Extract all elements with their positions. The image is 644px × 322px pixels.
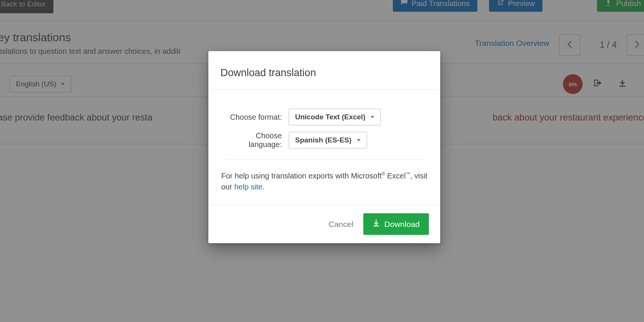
format-label: Choose format:	[220, 113, 289, 122]
modal-title: Download translation	[220, 67, 428, 79]
modal-body: Choose format: Unicode Text (Excel) Choo…	[208, 90, 440, 205]
download-translation-modal: Download translation Choose format: Unic…	[208, 51, 440, 243]
language-label: Choose language:	[220, 131, 289, 149]
help-site-link[interactable]: help site	[234, 183, 263, 191]
download-button[interactable]: Download	[363, 213, 429, 235]
help-text-prefix: For help using translation exports with …	[221, 172, 382, 180]
divider	[225, 159, 424, 160]
help-text-period: .	[263, 183, 265, 191]
language-dropdown[interactable]: Spanish (ES-ES)	[289, 132, 367, 148]
language-row: Choose language: Spanish (ES-ES)	[220, 131, 428, 149]
help-text-middle: Excel	[385, 172, 405, 180]
trademark: ™	[406, 171, 410, 177]
download-button-label: Download	[385, 220, 420, 229]
modal-footer: Cancel Download	[208, 205, 440, 243]
language-value: Spanish (ES-ES)	[295, 136, 352, 144]
help-text: For help using translation exports with …	[221, 170, 428, 192]
modal-header: Download translation	[208, 51, 440, 90]
format-value: Unicode Text (Excel)	[295, 113, 365, 121]
cancel-button[interactable]: Cancel	[328, 220, 353, 229]
format-dropdown[interactable]: Unicode Text (Excel)	[289, 109, 381, 125]
download-icon	[372, 219, 380, 230]
chevron-down-icon	[370, 116, 374, 118]
format-row: Choose format: Unicode Text (Excel)	[220, 109, 428, 125]
chevron-down-icon	[357, 139, 361, 141]
